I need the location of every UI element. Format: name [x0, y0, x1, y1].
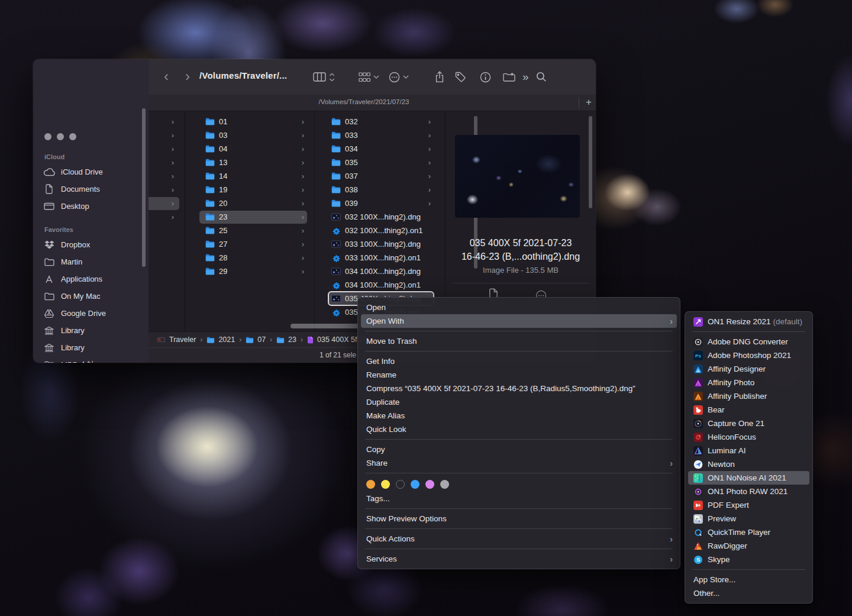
parent-column-row[interactable]: › [149, 156, 185, 169]
file-row-034-100x-hing2-on1[interactable]: 034 100X...hing2).on1 [315, 278, 445, 292]
folder-row-04[interactable]: 04› [185, 142, 314, 156]
more-actions-button[interactable] [389, 72, 409, 83]
menu-item-pdf-expert[interactable]: PDF Expert [685, 498, 812, 512]
folder-row-28[interactable]: 28› [185, 251, 314, 265]
minimize-window-button[interactable] [57, 133, 64, 140]
menu-item-services[interactable]: Services› [358, 552, 680, 566]
menu-item-on1-nonoise-ai-2021[interactable]: ON1 NoNoise AI 2021 [685, 471, 812, 485]
tag-dot-none[interactable] [396, 480, 405, 489]
folder-row-29[interactable]: 29› [185, 265, 314, 278]
folder-row-25[interactable]: 25› [185, 224, 314, 237]
menu-item-bear[interactable]: Bear [685, 403, 812, 417]
sidebar-item-library[interactable]: Library [33, 322, 149, 339]
folder-row-037[interactable]: 037› [315, 169, 445, 183]
menu-item-skype[interactable]: SSkype [685, 553, 812, 566]
get-info-button[interactable] [480, 72, 491, 83]
menu-item-rawdigger[interactable]: RawDigger [685, 539, 812, 553]
sidebar-item-applications[interactable]: Applications [33, 270, 149, 288]
file-row-033-100x-hing2-on1[interactable]: 033 100X...hing2).on1 [315, 251, 445, 265]
menu-item-newton[interactable]: Newton [685, 457, 812, 471]
menu-item-other[interactable]: Other... [685, 586, 812, 600]
menu-item-move-to-trash[interactable]: Move to Trash [358, 334, 680, 348]
menu-item-share[interactable]: Share› [358, 456, 680, 470]
menu-item-capture-one-21[interactable]: Capture One 21 [685, 417, 812, 430]
menu-item-show-preview-options[interactable]: Show Preview Options [358, 512, 680, 525]
tag-dot-F7E34D[interactable] [381, 480, 390, 489]
menu-item-adobe-dng-converter[interactable]: Adobe DNG Converter [685, 335, 812, 349]
parent-column-row[interactable]: › [149, 128, 185, 142]
menu-item-app-store[interactable]: App Store... [685, 573, 812, 586]
folder-row-033[interactable]: 033› [315, 128, 445, 142]
preview-scrollbar[interactable] [589, 116, 592, 208]
forward-button[interactable]: › [179, 69, 196, 85]
sidebar-item-dropbox[interactable]: Dropbox [33, 236, 149, 253]
folder-row-038[interactable]: 038› [315, 183, 445, 196]
new-folder-button[interactable] [503, 72, 515, 82]
tag-dot-D885EE[interactable] [425, 480, 434, 489]
file-row-034-100x-hing2-dng[interactable]: 034 100X...hing2).dng [315, 265, 445, 278]
parent-column-row[interactable]: › [149, 183, 185, 196]
columns-view-button[interactable] [313, 72, 335, 82]
menu-item-tags[interactable]: Tags... [358, 492, 680, 505]
menu-item-rename[interactable]: Rename [358, 368, 680, 382]
folder-row-039[interactable]: 039› [315, 196, 445, 210]
path-segment-traveler[interactable]: Traveler [157, 336, 196, 344]
tag-button[interactable] [455, 72, 466, 82]
folder-row-27[interactable]: 27› [185, 237, 314, 251]
sidebar-item-on-my-mac[interactable]: On My Mac [33, 288, 149, 305]
file-row-033-100x-hing2-dng[interactable]: 033 100X...hing2).dng [315, 237, 445, 251]
menu-item-quicktime-player[interactable]: QuickTime Player [685, 525, 812, 539]
parent-column-row[interactable]: › [149, 142, 185, 156]
path-segment-23[interactable]: >23 [276, 336, 296, 344]
folder-row-032[interactable]: 032› [315, 115, 445, 128]
sidebar-item-google-drive[interactable]: Google Drive [33, 305, 149, 322]
sidebar-scrollbar[interactable] [142, 108, 146, 267]
toolbar-overflow-button[interactable]: » [522, 70, 528, 83]
parent-column-row[interactable]: › [149, 196, 185, 210]
menu-item-luminar-ai[interactable]: Luminar AI [685, 444, 812, 457]
menu-item-affinity-publisher[interactable]: Affinity Publisher [685, 389, 812, 403]
sidebar-item-martin[interactable]: Martin [33, 253, 149, 270]
sidebar-item-documents[interactable]: Documents [33, 180, 149, 198]
menu-item-preview[interactable]: Preview [685, 512, 812, 525]
folder-row-01[interactable]: 01› [185, 115, 314, 128]
folder-row-034[interactable]: 034› [315, 142, 445, 156]
folder-row-035[interactable]: 035› [315, 156, 445, 169]
path-segment-2021[interactable]: >2021 [206, 336, 235, 344]
menu-item-copy[interactable]: Copy [358, 443, 680, 456]
zoom-window-button[interactable] [69, 133, 76, 140]
menu-item-get-info[interactable]: Get Info [358, 354, 680, 368]
group-by-button[interactable] [359, 72, 379, 82]
search-button[interactable] [536, 72, 547, 82]
parent-column-row[interactable]: › [149, 169, 185, 183]
back-button[interactable]: ‹ [158, 69, 175, 85]
folder-row-03[interactable]: 03› [185, 128, 314, 142]
folder-row-19[interactable]: 19› [185, 183, 314, 196]
sidebar-item-desktop[interactable]: Desktop [33, 198, 149, 215]
sidebar-item-icloud-drive[interactable]: iCloud Drive [33, 163, 149, 180]
menu-item-compress-035-400x-5f-2021-07-23-16-46-23-b-radius5-smoothing2-dng[interactable]: Compress “035 400X 5f 2021-07-23 16-46-2… [358, 382, 680, 395]
menu-item-on1-resize-2021[interactable]: ON1 Resize 2021(default) [685, 315, 812, 328]
tag-dot-3BA1F6[interactable] [411, 480, 419, 489]
menu-item-open-with[interactable]: Open With› [358, 314, 680, 328]
menu-item-make-alias[interactable]: Make Alias [358, 409, 680, 423]
folder-row-14[interactable]: 14› [185, 169, 314, 183]
folder-row-23[interactable]: 23› [185, 210, 314, 224]
menu-item-on1-photo-raw-2021[interactable]: ON1 Photo RAW 2021 [685, 485, 812, 498]
menu-item-duplicate[interactable]: Duplicate [358, 395, 680, 409]
tag-dot-A9A9AD[interactable] [440, 480, 449, 489]
folder-row-13[interactable]: 13› [185, 156, 314, 169]
share-button[interactable] [435, 71, 444, 83]
close-window-button[interactable] [44, 133, 51, 140]
menu-item-adobe-photoshop-2021[interactable]: PsAdobe Photoshop 2021 [685, 349, 812, 362]
path-segment-07[interactable]: >07 [246, 336, 266, 344]
menu-item-heliconfocus[interactable]: HeliconFocus [685, 430, 812, 444]
tag-dot-F0A33A[interactable] [366, 480, 375, 489]
file-row-032-100x-thing2-on1[interactable]: 032 100X...thing2).on1 [315, 224, 445, 237]
menu-item-quick-actions[interactable]: Quick Actions› [358, 532, 680, 546]
sidebar-item-mbp[interactable]: MBP 会計 [33, 356, 149, 363]
new-tab-button[interactable]: + [582, 96, 595, 109]
parent-column-row[interactable]: › [149, 115, 185, 128]
menu-item-affinity-photo[interactable]: Affinity Photo [685, 376, 812, 389]
menu-item-open[interactable]: Open [358, 301, 680, 314]
